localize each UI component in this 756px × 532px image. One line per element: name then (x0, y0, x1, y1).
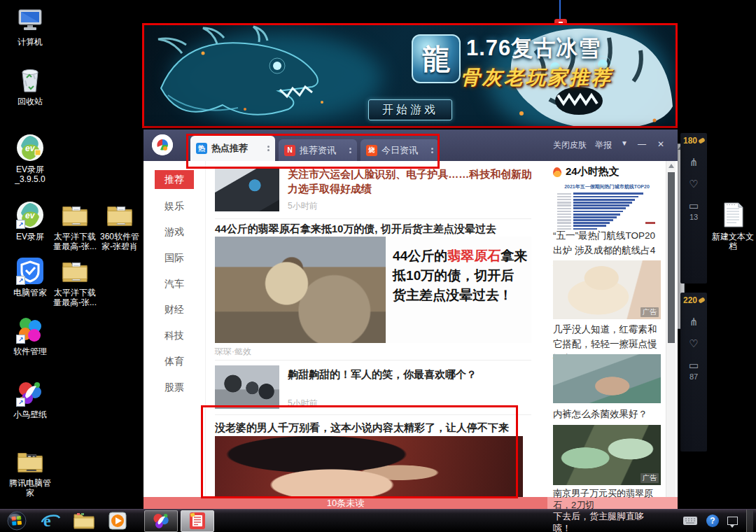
tab-hot-recommend[interactable]: 热 热点推荐 (190, 136, 275, 161)
share-icon[interactable]: ⋔ (690, 316, 699, 327)
ev-recorder-icon: ev ↗ (15, 200, 45, 230)
sidebar-item-cars[interactable]: 汽车 (144, 271, 205, 297)
sidebar-item-finance[interactable]: 财经 (144, 297, 205, 323)
tab-menu-icon[interactable] (349, 146, 351, 155)
hot-item-line1: 南京男子万元买的翡翠原石，2刀切 (553, 488, 661, 511)
hot-item-image[interactable]: 广告 (553, 260, 661, 319)
hot-item-image[interactable] (553, 354, 661, 403)
sidebar-item-sports[interactable]: 体育 (144, 349, 205, 374)
folder-icon (60, 256, 90, 286)
scroll-up-arrow[interactable] (668, 164, 674, 168)
desktop-icon-pc-manager[interactable]: ↗ 电脑管家 (7, 256, 53, 298)
desktop-icon-label: 电脑管家 (13, 288, 47, 298)
desktop-icon-label: 360软件管家-张碧肖 (97, 232, 143, 252)
stone-photo (215, 237, 386, 343)
tray-window-icon[interactable] (727, 517, 738, 525)
desktop-icon-pacific-folder-2[interactable]: 太平洋下载量最高-张... (52, 256, 98, 308)
desktop-icon-software-manager[interactable]: ↗ 软件管理 (7, 315, 53, 356)
folder-icon (60, 200, 90, 230)
show-desktop-button[interactable] (746, 510, 753, 532)
hot-panel-header: 24小时热文 (553, 165, 620, 178)
heart-icon[interactable]: ♡ (689, 178, 698, 189)
tab-today-news[interactable]: 烧 今日资讯 (360, 139, 439, 161)
sidebar-item-games[interactable]: 游戏 (144, 219, 205, 245)
report-button[interactable]: 举报 (595, 139, 612, 151)
desktop-icon-ev-recorder-installer[interactable]: ev EV录屏_3.9.5.0 (7, 133, 53, 185)
close-button[interactable]: ✕ (657, 139, 664, 149)
article-thumbnail[interactable] (215, 168, 279, 211)
start-game-button[interactable]: 开始游戏 (368, 99, 452, 120)
sidebar-item-tech[interactable]: 科技 (144, 323, 205, 349)
share-icon[interactable]: ⋔ (690, 157, 699, 167)
desktop-icon-bird-wallpaper[interactable]: ↗ 小鸟壁纸 (7, 378, 53, 419)
hot-item-line2: 下去后，货主腿脚直哆嗦！ (553, 511, 661, 532)
hot-item-image[interactable]: 广告 (553, 425, 661, 485)
heart-icon[interactable]: ♡ (689, 338, 698, 349)
sidebar-item-international[interactable]: 国际 (144, 245, 205, 271)
svg-text:ev: ev (25, 211, 36, 220)
desktop-icon-new-text-document[interactable]: 新建文本文档 (710, 200, 756, 252)
scrollbar (666, 161, 676, 497)
ie-browser-button[interactable]: e (34, 510, 67, 532)
explorer-button[interactable] (67, 510, 101, 532)
game-ad-banner[interactable]: 龍 1.76复古冰雪 骨灰老玩家推荐 开始游戏 (142, 23, 678, 128)
article-time: 5小时前 (288, 398, 318, 410)
desktop-icon-360-folder[interactable]: 360软件管家-张碧肖 (97, 200, 143, 252)
help-icon[interactable]: ? (706, 514, 719, 527)
dragon-game-logo: 龍 (412, 34, 461, 83)
desktop-icon-computer[interactable]: 计算机 (7, 6, 53, 47)
article-image[interactable]: 44公斤的翡翠原石拿来抵10万的债，切开后货主差点没晕过去！ (215, 237, 531, 343)
article-image[interactable] (215, 436, 523, 497)
bean-count: 180 (683, 136, 705, 146)
unread-button[interactable]: 10条未读 (144, 497, 547, 509)
desktop-icon-label: 软件管理 (13, 346, 47, 356)
menu-dropdown-icon[interactable]: ▼ (621, 139, 628, 147)
shortcut-arrow-icon: ↗ (16, 220, 25, 229)
article-time: 5小时前 (288, 200, 318, 212)
tab-recommend-news[interactable]: N 推荐资讯 (279, 139, 357, 161)
comment-icon[interactable]: ▭ (689, 360, 699, 370)
sidebar-item-recommend[interactable]: 推荐 (155, 170, 194, 189)
system-tray: ? (682, 510, 756, 532)
sidebar-item-entertainment[interactable]: 娱乐 (144, 193, 205, 219)
hot-item-text[interactable]: 内裤怎么杀菌效果好？ (553, 407, 661, 421)
article-title[interactable]: 关注市六运会|人脸识别、电子护具……科技和创新助力选手取得好成绩 (288, 167, 534, 196)
article-title[interactable]: 44公斤的翡翠原石拿来抵10万的债, 切开后货主差点没晕过去 (215, 221, 531, 236)
hot-item-text[interactable]: 南京男子万元买的翡翠原石，2刀切 下去后，货主腿脚直哆嗦！ (553, 488, 661, 532)
bird-wallpaper-task-button[interactable] (144, 510, 178, 532)
ad-label: 广告 (640, 473, 659, 483)
tab-menu-icon[interactable] (267, 144, 270, 153)
comment-count: 87 (690, 372, 698, 381)
tab-label: 热点推荐 (211, 142, 248, 155)
flame-icon (552, 167, 561, 177)
tab-menu-icon[interactable] (431, 146, 433, 155)
divider (215, 414, 531, 415)
notepad-icon (718, 200, 748, 230)
sidebar-item-stocks[interactable]: 股票 (144, 374, 205, 400)
hot-chart[interactable]: 2021年五一假期间热门城市航线TOP20 (553, 182, 661, 227)
scrollbar-thumb[interactable] (668, 172, 675, 343)
n-tab-icon: N (284, 145, 295, 156)
desktop-icon-recycle-bin[interactable]: 回收站 (7, 65, 53, 106)
desktop-icon-label: 太平洋下载量最高-张... (52, 232, 98, 252)
minimize-button[interactable]: — (638, 139, 646, 149)
desktop-icon-pacific-folder-1[interactable]: 太平洋下载量最高-张... (52, 200, 98, 252)
hot-chart-bars (557, 192, 657, 230)
input-method-icon[interactable] (682, 516, 698, 526)
article-thumbnail[interactable] (215, 365, 279, 409)
article-title[interactable]: 齁甜齁甜的！军人的笑，你最喜欢哪个？ (288, 367, 534, 382)
tab-label: 推荐资讯 (300, 144, 336, 157)
media-player-button[interactable] (101, 510, 134, 532)
window-content: 推荐 娱乐 游戏 国际 汽车 财经 科技 体育 股票 关注市六运会|人脸识别、电… (144, 161, 678, 497)
desktop-icon-tencent-folder[interactable]: 腾讯电脑管家 (7, 447, 53, 498)
desktop-icon-ev-recorder[interactable]: ev ↗ EV录屏 (7, 200, 53, 241)
banner-title: 1.76复古冰雪 (466, 34, 601, 63)
news-app-task-button[interactable] (181, 510, 214, 532)
article-title[interactable]: 没老婆的男人千万别看，这本小说内容太精彩了，让人停不下来 (215, 420, 531, 435)
folder-icon (15, 447, 45, 476)
folder-icon (105, 200, 134, 230)
close-skin-button[interactable]: 关闭皮肤 (553, 139, 587, 151)
start-button[interactable] (0, 510, 34, 532)
category-sidebar: 推荐 娱乐 游戏 国际 汽车 财经 科技 体育 股票 (144, 161, 206, 497)
comment-icon[interactable]: ▭ (689, 200, 699, 211)
